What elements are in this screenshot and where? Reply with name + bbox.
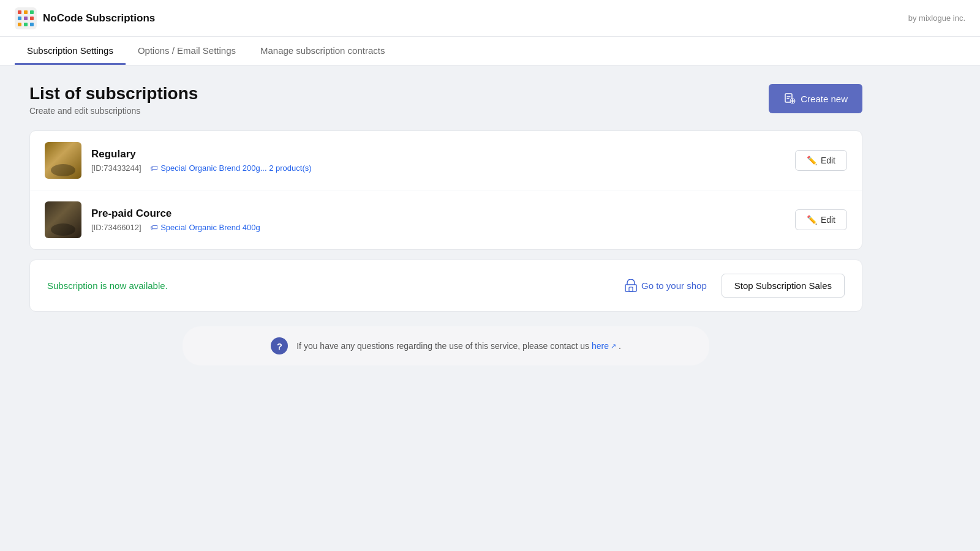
subscription-name: Pre-paid Cource bbox=[91, 208, 785, 220]
svg-rect-17 bbox=[629, 287, 633, 291]
subscription-row: Pre-paid Cource [ID:73466012] 🏷 Special … bbox=[30, 190, 862, 249]
help-section: ? If you have any questions regarding th… bbox=[183, 326, 709, 365]
help-here-link[interactable]: here ↗ bbox=[592, 341, 616, 351]
subscription-products-text: Special Organic Brend 200g... 2 product(… bbox=[160, 163, 311, 173]
svg-rect-3 bbox=[30, 10, 34, 14]
create-new-label: Create new bbox=[801, 94, 848, 104]
page-title: List of subscriptions bbox=[29, 84, 198, 103]
svg-rect-1 bbox=[18, 10, 21, 14]
svg-rect-6 bbox=[30, 17, 34, 20]
page-header: List of subscriptions Create and edit su… bbox=[29, 84, 862, 116]
edit-label: Edit bbox=[821, 156, 835, 165]
subscription-meta: [ID:73433244] 🏷 Special Organic Brend 20… bbox=[91, 162, 785, 173]
subscription-row: Regulary [ID:73433244] 🏷 Special Organic… bbox=[30, 131, 862, 190]
svg-rect-4 bbox=[18, 17, 21, 20]
help-period: . bbox=[619, 341, 621, 351]
subscription-name: Regulary bbox=[91, 148, 785, 160]
help-question-text: If you have any questions regarding the … bbox=[296, 341, 589, 351]
svg-rect-5 bbox=[24, 17, 28, 20]
edit-button-prepaid[interactable]: ✏️ Edit bbox=[795, 209, 847, 230]
svg-rect-9 bbox=[30, 23, 34, 26]
create-new-icon bbox=[783, 92, 796, 105]
subscription-meta: [ID:73466012] 🏷 Special Organic Brend 40… bbox=[91, 222, 785, 233]
subscriptions-card: Regulary [ID:73433244] 🏷 Special Organic… bbox=[29, 130, 862, 250]
page-header-left: List of subscriptions Create and edit su… bbox=[29, 84, 198, 116]
subscription-thumbnail bbox=[45, 142, 81, 179]
subscription-info: Pre-paid Cource [ID:73466012] 🏷 Special … bbox=[91, 208, 785, 233]
tab-subscription-settings[interactable]: Subscription Settings bbox=[15, 37, 126, 65]
status-card: Subscription is now available. Go to you… bbox=[29, 260, 862, 312]
help-icon: ? bbox=[271, 337, 288, 354]
create-new-button[interactable]: Create new bbox=[769, 84, 862, 113]
svg-rect-2 bbox=[24, 10, 28, 14]
app-logo-icon bbox=[15, 7, 37, 29]
edit-label: Edit bbox=[821, 215, 835, 225]
stop-subscription-sales-button[interactable]: Stop Subscription Sales bbox=[722, 274, 845, 298]
page-subtitle: Create and edit subscriptions bbox=[29, 106, 198, 116]
status-available-text: Subscription is now available. bbox=[47, 280, 609, 291]
help-text: If you have any questions regarding the … bbox=[296, 341, 621, 351]
main-content: List of subscriptions Create and edit su… bbox=[0, 66, 892, 384]
subscription-products-text: Special Organic Brend 400g bbox=[160, 223, 260, 232]
tag-icon: 🏷 bbox=[150, 223, 158, 232]
shop-link-text: Go to your shop bbox=[641, 280, 707, 291]
store-icon bbox=[624, 279, 638, 293]
tag-icon: 🏷 bbox=[150, 163, 158, 173]
subscription-id: [ID:73466012] bbox=[91, 223, 141, 232]
subscription-products-link[interactable]: 🏷 Special Organic Brend 200g... 2 produc… bbox=[150, 163, 311, 173]
nav-tabs: Subscription Settings Options / Email Se… bbox=[0, 37, 980, 66]
svg-rect-7 bbox=[18, 23, 21, 26]
subscription-info: Regulary [ID:73433244] 🏷 Special Organic… bbox=[91, 148, 785, 173]
tab-manage-contracts[interactable]: Manage subscription contracts bbox=[248, 37, 397, 65]
edit-icon: ✏️ bbox=[807, 215, 817, 225]
subscription-id: [ID:73433244] bbox=[91, 163, 141, 173]
app-bar-left: NoCode Subscriptions bbox=[15, 7, 155, 29]
tab-options-email-settings[interactable]: Options / Email Settings bbox=[126, 37, 248, 65]
app-bar: NoCode Subscriptions by mixlogue inc. bbox=[0, 0, 980, 37]
help-link-text: here bbox=[592, 341, 609, 351]
svg-rect-8 bbox=[24, 23, 28, 26]
go-to-shop-button[interactable]: Go to your shop bbox=[624, 279, 707, 293]
svg-rect-16 bbox=[625, 285, 636, 291]
subscription-products-link[interactable]: 🏷 Special Organic Brend 400g bbox=[150, 223, 260, 232]
app-byline: by mixlogue inc. bbox=[908, 13, 965, 23]
edit-button-regulary[interactable]: ✏️ Edit bbox=[795, 150, 847, 171]
external-link-icon: ↗ bbox=[611, 342, 616, 350]
app-title: NoCode Subscriptions bbox=[43, 12, 155, 24]
subscription-thumbnail bbox=[45, 201, 81, 238]
edit-icon: ✏️ bbox=[807, 156, 817, 165]
